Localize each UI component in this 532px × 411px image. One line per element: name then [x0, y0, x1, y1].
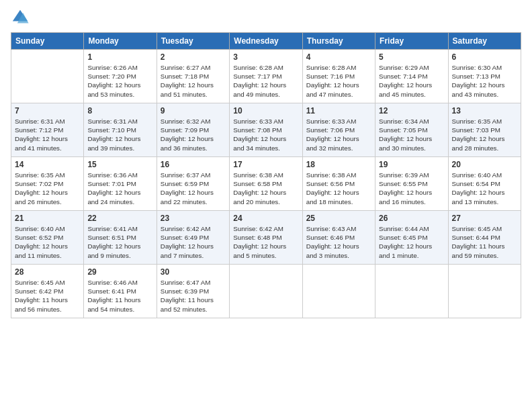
day-info: Sunrise: 6:31 AM Sunset: 7:10 PM Dayligh…	[87, 117, 152, 152]
day-cell: 20Sunrise: 6:40 AM Sunset: 6:54 PM Dayli…	[448, 157, 521, 211]
week-row-4: 21Sunrise: 6:40 AM Sunset: 6:52 PM Dayli…	[11, 211, 521, 265]
day-number: 25	[306, 214, 371, 223]
day-number: 18	[306, 160, 371, 169]
day-number: 13	[452, 106, 517, 116]
day-number: 8	[87, 106, 152, 116]
day-info: Sunrise: 6:44 AM Sunset: 6:45 PM Dayligh…	[379, 224, 444, 260]
logo	[11, 8, 31, 27]
day-number: 20	[452, 160, 517, 169]
day-cell: 12Sunrise: 6:34 AM Sunset: 7:05 PM Dayli…	[375, 103, 448, 157]
day-info: Sunrise: 6:39 AM Sunset: 6:55 PM Dayligh…	[379, 171, 444, 206]
header-row: SundayMondayTuesdayWednesdayThursdayFrid…	[11, 33, 521, 50]
day-cell: 4Sunrise: 6:28 AM Sunset: 7:16 PM Daylig…	[302, 50, 375, 103]
day-info: Sunrise: 6:40 AM Sunset: 6:52 PM Dayligh…	[15, 224, 80, 260]
day-number: 16	[161, 160, 226, 169]
header	[11, 8, 521, 27]
day-cell	[11, 50, 84, 103]
day-info: Sunrise: 6:42 AM Sunset: 6:49 PM Dayligh…	[161, 224, 226, 260]
day-number: 5	[379, 52, 444, 62]
day-number: 30	[161, 267, 226, 277]
day-info: Sunrise: 6:43 AM Sunset: 6:46 PM Dayligh…	[306, 224, 371, 260]
day-cell: 24Sunrise: 6:42 AM Sunset: 6:48 PM Dayli…	[230, 211, 302, 265]
col-header-tuesday: Tuesday	[157, 33, 229, 50]
day-number: 21	[15, 214, 80, 223]
day-info: Sunrise: 6:38 AM Sunset: 6:56 PM Dayligh…	[306, 171, 371, 206]
day-cell	[448, 265, 521, 318]
day-cell: 15Sunrise: 6:36 AM Sunset: 7:01 PM Dayli…	[84, 157, 157, 211]
day-info: Sunrise: 6:37 AM Sunset: 6:59 PM Dayligh…	[161, 171, 226, 206]
day-info: Sunrise: 6:34 AM Sunset: 7:05 PM Dayligh…	[379, 117, 444, 152]
day-cell: 21Sunrise: 6:40 AM Sunset: 6:52 PM Dayli…	[11, 211, 84, 265]
week-row-1: 1Sunrise: 6:26 AM Sunset: 7:20 PM Daylig…	[11, 50, 521, 103]
col-header-monday: Monday	[84, 33, 157, 50]
logo-icon	[11, 8, 30, 27]
day-cell	[302, 265, 375, 318]
day-number: 7	[15, 106, 80, 116]
day-number: 14	[15, 160, 80, 169]
day-number: 3	[233, 52, 298, 62]
day-info: Sunrise: 6:32 AM Sunset: 7:09 PM Dayligh…	[161, 117, 226, 152]
day-number: 17	[233, 160, 298, 169]
week-row-2: 7Sunrise: 6:31 AM Sunset: 7:12 PM Daylig…	[11, 103, 521, 157]
col-header-sunday: Sunday	[11, 33, 84, 50]
day-cell	[375, 265, 448, 318]
day-number: 23	[161, 214, 226, 223]
day-info: Sunrise: 6:45 AM Sunset: 6:44 PM Dayligh…	[452, 224, 517, 260]
day-cell	[230, 265, 302, 318]
day-cell: 25Sunrise: 6:43 AM Sunset: 6:46 PM Dayli…	[302, 211, 375, 265]
week-row-5: 28Sunrise: 6:45 AM Sunset: 6:42 PM Dayli…	[11, 265, 521, 318]
day-info: Sunrise: 6:45 AM Sunset: 6:42 PM Dayligh…	[15, 278, 80, 314]
day-cell: 2Sunrise: 6:27 AM Sunset: 7:18 PM Daylig…	[157, 50, 229, 103]
day-cell: 3Sunrise: 6:28 AM Sunset: 7:17 PM Daylig…	[230, 50, 302, 103]
col-header-saturday: Saturday	[448, 33, 521, 50]
day-cell: 17Sunrise: 6:38 AM Sunset: 6:58 PM Dayli…	[230, 157, 302, 211]
day-cell: 11Sunrise: 6:33 AM Sunset: 7:06 PM Dayli…	[302, 103, 375, 157]
day-number: 27	[452, 214, 517, 223]
day-number: 22	[87, 214, 152, 223]
day-number: 10	[233, 106, 298, 116]
day-info: Sunrise: 6:40 AM Sunset: 6:54 PM Dayligh…	[452, 171, 517, 206]
day-cell: 26Sunrise: 6:44 AM Sunset: 6:45 PM Dayli…	[375, 211, 448, 265]
day-cell: 7Sunrise: 6:31 AM Sunset: 7:12 PM Daylig…	[11, 103, 84, 157]
day-info: Sunrise: 6:26 AM Sunset: 7:20 PM Dayligh…	[87, 63, 152, 99]
calendar-container: SundayMondayTuesdayWednesdayThursdayFrid…	[0, 0, 532, 324]
day-cell: 23Sunrise: 6:42 AM Sunset: 6:49 PM Dayli…	[157, 211, 229, 265]
day-number: 19	[379, 160, 444, 169]
day-number: 6	[452, 52, 517, 62]
day-info: Sunrise: 6:42 AM Sunset: 6:48 PM Dayligh…	[233, 224, 298, 260]
day-cell: 28Sunrise: 6:45 AM Sunset: 6:42 PM Dayli…	[11, 265, 84, 318]
day-number: 28	[15, 267, 80, 277]
day-info: Sunrise: 6:29 AM Sunset: 7:14 PM Dayligh…	[379, 63, 444, 99]
day-cell: 8Sunrise: 6:31 AM Sunset: 7:10 PM Daylig…	[84, 103, 157, 157]
day-number: 4	[306, 52, 371, 62]
day-info: Sunrise: 6:36 AM Sunset: 7:01 PM Dayligh…	[87, 171, 152, 206]
day-cell: 13Sunrise: 6:35 AM Sunset: 7:03 PM Dayli…	[448, 103, 521, 157]
day-info: Sunrise: 6:47 AM Sunset: 6:39 PM Dayligh…	[161, 278, 226, 314]
day-cell: 1Sunrise: 6:26 AM Sunset: 7:20 PM Daylig…	[84, 50, 157, 103]
day-info: Sunrise: 6:46 AM Sunset: 6:41 PM Dayligh…	[87, 278, 152, 314]
day-cell: 9Sunrise: 6:32 AM Sunset: 7:09 PM Daylig…	[157, 103, 229, 157]
day-info: Sunrise: 6:33 AM Sunset: 7:06 PM Dayligh…	[306, 117, 371, 152]
day-cell: 30Sunrise: 6:47 AM Sunset: 6:39 PM Dayli…	[157, 265, 229, 318]
day-info: Sunrise: 6:33 AM Sunset: 7:08 PM Dayligh…	[233, 117, 298, 152]
day-number: 29	[87, 267, 152, 277]
day-number: 11	[306, 106, 371, 116]
day-number: 24	[233, 214, 298, 223]
day-cell: 16Sunrise: 6:37 AM Sunset: 6:59 PM Dayli…	[157, 157, 229, 211]
day-info: Sunrise: 6:30 AM Sunset: 7:13 PM Dayligh…	[452, 63, 517, 99]
day-cell: 22Sunrise: 6:41 AM Sunset: 6:51 PM Dayli…	[84, 211, 157, 265]
week-row-3: 14Sunrise: 6:35 AM Sunset: 7:02 PM Dayli…	[11, 157, 521, 211]
day-info: Sunrise: 6:31 AM Sunset: 7:12 PM Dayligh…	[15, 117, 80, 152]
day-number: 9	[161, 106, 226, 116]
day-info: Sunrise: 6:38 AM Sunset: 6:58 PM Dayligh…	[233, 171, 298, 206]
col-header-friday: Friday	[375, 33, 448, 50]
day-cell: 14Sunrise: 6:35 AM Sunset: 7:02 PM Dayli…	[11, 157, 84, 211]
day-info: Sunrise: 6:35 AM Sunset: 7:03 PM Dayligh…	[452, 117, 517, 152]
day-cell: 29Sunrise: 6:46 AM Sunset: 6:41 PM Dayli…	[84, 265, 157, 318]
day-number: 15	[87, 160, 152, 169]
day-cell: 27Sunrise: 6:45 AM Sunset: 6:44 PM Dayli…	[448, 211, 521, 265]
day-info: Sunrise: 6:27 AM Sunset: 7:18 PM Dayligh…	[161, 63, 226, 99]
day-cell: 18Sunrise: 6:38 AM Sunset: 6:56 PM Dayli…	[302, 157, 375, 211]
day-number: 1	[87, 52, 152, 62]
day-cell: 10Sunrise: 6:33 AM Sunset: 7:08 PM Dayli…	[230, 103, 302, 157]
